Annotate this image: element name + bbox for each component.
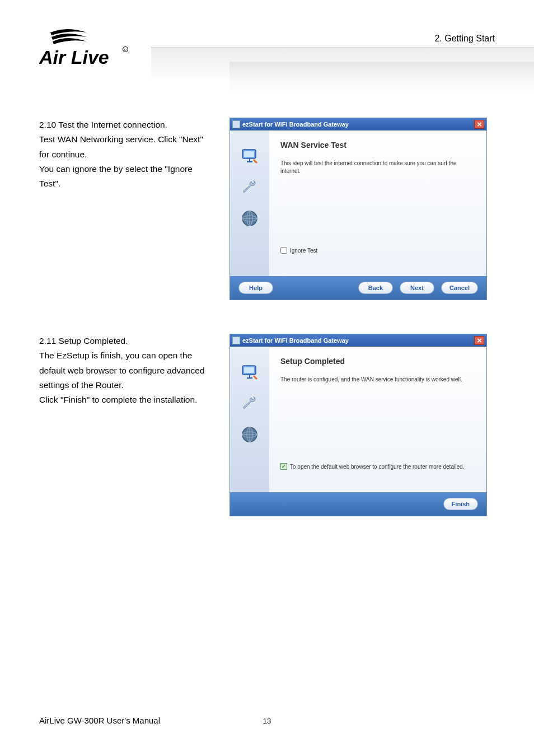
finish-button[interactable]: Finish (443, 498, 478, 510)
wizard-titlebar: ezStart for WiFi Broadband Gateway ✕ (230, 118, 486, 130)
footer-product: AirLive GW-300R User's Manual (39, 716, 160, 725)
svg-rect-9 (244, 367, 254, 373)
open-browser-checkbox[interactable]: ✓ To open the default web browser to con… (280, 463, 464, 470)
wizard-heading: Setup Completed (280, 357, 475, 366)
wizard-completed: ezStart for WiFi Broadband Gateway ✕ (229, 334, 487, 516)
ignore-test-checkbox[interactable]: Ignore Test (280, 247, 317, 254)
step-211-text-1: The EzSetup is finish, you can open the … (39, 348, 213, 393)
svg-text:Air Live: Air Live (39, 46, 109, 68)
close-icon[interactable]: ✕ (474, 120, 484, 129)
next-button[interactable]: Next (400, 282, 434, 294)
wizard-heading: WAN Service Test (280, 141, 475, 150)
globe-icon (240, 209, 259, 228)
wrench-icon (240, 394, 259, 413)
page-number: 13 (263, 717, 271, 725)
app-icon (232, 337, 240, 344)
cancel-button[interactable]: Cancel (441, 282, 478, 294)
step-210-heading: 2.10 Test the Internet connection. (39, 118, 213, 132)
wizard-wan-test: ezStart for WiFi Broadband Gateway ✕ (229, 118, 487, 300)
svg-rect-4 (244, 151, 254, 157)
wizard-description: This step will test the internet connect… (280, 160, 475, 175)
app-icon (232, 120, 240, 128)
wrench-icon (240, 178, 259, 197)
back-button[interactable]: Back (358, 282, 393, 294)
wizard-title-text: ezStart for WiFi Broadband Gateway (242, 337, 349, 344)
wizard-description: The router is configued, and the WAN ser… (280, 376, 475, 384)
monitor-icon (240, 146, 259, 165)
close-icon[interactable]: ✕ (474, 336, 484, 345)
wizard-title-text: ezStart for WiFi Broadband Gateway (242, 121, 349, 128)
step-211-text-2: Click "Finish" to complete the installat… (39, 393, 213, 407)
ignore-test-label: Ignore Test (290, 248, 317, 254)
open-browser-label: To open the default web browser to confi… (290, 464, 464, 470)
wizard-sidebar (230, 347, 269, 492)
wizard-titlebar: ezStart for WiFi Broadband Gateway ✕ (230, 334, 486, 347)
monitor-icon (240, 362, 259, 381)
wizard-sidebar (230, 130, 269, 276)
step-210-text-2: You can ignore the by select the "Ignore… (39, 162, 213, 192)
ignore-test-input[interactable] (280, 247, 287, 254)
brand-logo: Air Live R (39, 28, 129, 72)
step-210-text-1: Test WAN Networking service. Click "Next… (39, 132, 213, 162)
globe-icon (240, 425, 259, 444)
help-button[interactable]: Help (238, 282, 273, 294)
step-211-heading: 2.11 Setup Completed. (39, 334, 213, 348)
section-title: 2. Getting Start (434, 34, 495, 44)
checkbox-checked-icon[interactable]: ✓ (280, 463, 287, 470)
svg-text:R: R (124, 48, 127, 52)
header-accent-2 (229, 62, 534, 92)
